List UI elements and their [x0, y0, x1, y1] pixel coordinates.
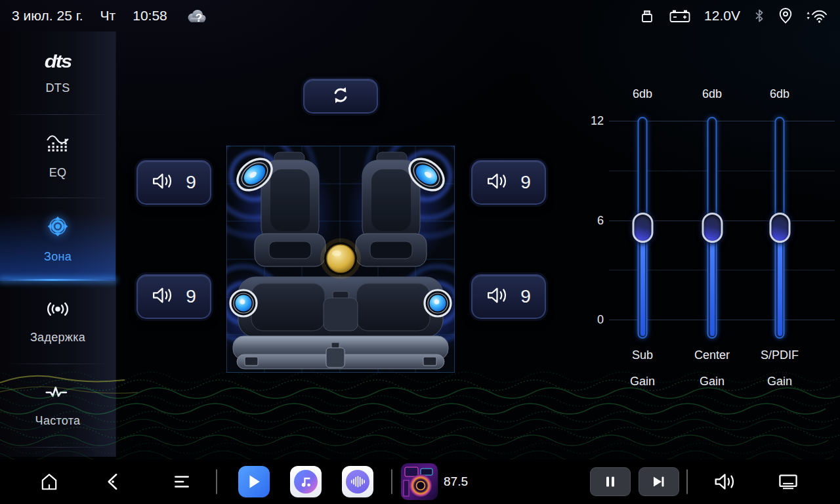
- front-right-volume-button[interactable]: 9: [471, 160, 546, 205]
- gain-slider-center: 6db Center Gain: [676, 87, 748, 396]
- slider-unit-label: Gain: [606, 375, 679, 388]
- display-button[interactable]: [778, 472, 799, 491]
- dts-logo: dts: [45, 52, 72, 71]
- slider-scale-label: 0: [580, 313, 604, 327]
- reset-button[interactable]: [303, 79, 378, 114]
- home-button[interactable]: [39, 472, 60, 492]
- zone-icon: [47, 215, 69, 240]
- battery-icon: [669, 7, 691, 24]
- rear-right-volume-value: 9: [520, 286, 531, 307]
- slider-scale-label: 6: [580, 214, 604, 228]
- slider-track[interactable]: [775, 117, 785, 339]
- speaker-icon: [486, 172, 509, 193]
- bottom-nav-bar: 87.5: [0, 459, 840, 504]
- sidebar-item-label: DTS: [46, 81, 70, 95]
- slider-thumb[interactable]: [769, 213, 790, 243]
- slider-unit-label: Gain: [676, 375, 748, 388]
- speaker-icon: [486, 286, 509, 307]
- status-time: 10:58: [133, 8, 167, 24]
- sidebar-item-label: Частота: [35, 414, 81, 428]
- sidebar-item-label: Зона: [44, 250, 72, 264]
- head-unit-screen: 3 июл. 25 г. Чт 10:58 ?: [0, 0, 840, 504]
- music-note-icon: [294, 470, 318, 494]
- sidebar-item-label: EQ: [49, 166, 67, 180]
- status-date: 3 июл. 25 г.: [12, 8, 83, 24]
- slider-thumb[interactable]: [702, 213, 723, 243]
- usb-icon: [639, 7, 656, 24]
- front-right-volume-value: 9: [520, 172, 531, 193]
- battery-voltage: 12.0V: [704, 8, 740, 24]
- slider-fill: [710, 228, 715, 336]
- sidebar-item-delay[interactable]: Задержка: [0, 281, 116, 364]
- location-icon: [778, 7, 793, 24]
- volume-button[interactable]: [713, 472, 737, 492]
- next-track-button[interactable]: [639, 467, 679, 496]
- pause-button[interactable]: [590, 467, 631, 496]
- gain-slider-sub: 6db Sub Gain: [606, 87, 679, 396]
- sidebar-item-zone[interactable]: Зона: [0, 198, 116, 281]
- slider-fill: [778, 228, 782, 336]
- sidebar-item-dts[interactable]: dts DTS: [0, 32, 116, 114]
- bluetooth-icon: [753, 8, 765, 24]
- gain-slider-spdif: 6db S/PDIF Gain: [744, 87, 816, 396]
- balance-point[interactable]: [320, 238, 361, 279]
- slider-value-label: 6db: [744, 87, 816, 101]
- radio-frequency: 87.5: [444, 474, 468, 489]
- slider-name-label: Sub: [606, 348, 679, 362]
- dsp-app-icon[interactable]: [342, 466, 373, 497]
- wifi-icon: [806, 8, 828, 24]
- delay-icon: [45, 300, 70, 321]
- slider-value-label: 6db: [676, 87, 748, 101]
- front-left-volume-value: 9: [186, 172, 196, 193]
- slider-scale-label: 12: [580, 114, 604, 128]
- zone-balance-map[interactable]: [226, 146, 455, 373]
- recents-button[interactable]: [172, 472, 192, 491]
- waveform-icon: [346, 470, 369, 494]
- slider-track[interactable]: [707, 117, 717, 339]
- slider-name-label: Center: [676, 348, 748, 362]
- album-art[interactable]: [401, 463, 438, 500]
- divider: [9, 447, 106, 448]
- divider: [686, 469, 688, 494]
- rear-bench-seat: [226, 266, 455, 369]
- divider: [216, 469, 217, 494]
- slider-track[interactable]: [638, 117, 648, 339]
- eq-icon: [46, 133, 70, 156]
- video-app-icon[interactable]: [238, 466, 270, 497]
- music-app-icon[interactable]: [290, 466, 322, 497]
- rear-right-volume-button[interactable]: 9: [471, 274, 546, 319]
- front-left-volume-button[interactable]: 9: [136, 160, 211, 205]
- sidebar: dts DTS EQ: [0, 32, 116, 457]
- status-bar: 3 июл. 25 г. Чт 10:58 ?: [0, 0, 840, 32]
- sidebar-item-frequency[interactable]: Частота: [0, 364, 116, 447]
- speaker-icon: [152, 172, 174, 193]
- slider-thumb[interactable]: [632, 213, 653, 243]
- rear-left-volume-value: 9: [186, 286, 196, 307]
- status-day: Чт: [100, 8, 116, 24]
- sidebar-item-eq[interactable]: EQ: [0, 115, 116, 198]
- weather-icon: ?: [184, 6, 208, 26]
- divider: [391, 469, 392, 494]
- slider-unit-label: Gain: [744, 375, 816, 388]
- svg-text:?: ?: [196, 12, 202, 24]
- back-button[interactable]: [104, 472, 122, 492]
- sidebar-item-label: Задержка: [30, 331, 85, 345]
- slider-value-label: 6db: [606, 87, 679, 101]
- slider-fill: [640, 228, 645, 336]
- frequency-icon: [45, 383, 71, 404]
- speaker-icon: [152, 286, 174, 307]
- slider-name-label: S/PDIF: [744, 348, 816, 362]
- refresh-icon: [330, 85, 351, 108]
- rear-left-volume-button[interactable]: 9: [136, 274, 211, 319]
